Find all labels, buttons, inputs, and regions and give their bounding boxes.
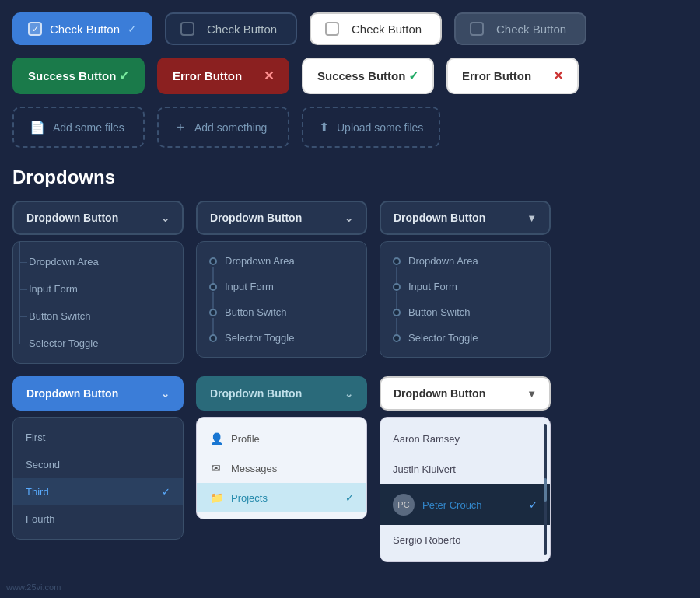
success-check-icon: ✓ (408, 68, 418, 83)
check-button-label: Check Button (50, 23, 120, 36)
checkbox-icon-filled: ✓ (28, 22, 42, 36)
folder-icon: 📁 (209, 491, 223, 505)
person-item-aaron[interactable]: Aaron Ramsey (380, 424, 550, 454)
check-button-label: Check Button (202, 23, 282, 36)
add-files-label: Add some files (53, 121, 124, 134)
chevron-down-icon: ▼ (527, 388, 537, 400)
dropdown-2: Dropdown Button ⌄ Dropdown Area Input Fo… (196, 201, 367, 364)
add-files-button[interactable]: 📄 Add some files (12, 107, 145, 148)
menu-profile-label: Profile (231, 433, 260, 445)
dropdown-button-3[interactable]: Dropdown Button ▼ (380, 201, 551, 235)
dropdown-button-6[interactable]: Dropdown Button ▼ (380, 376, 551, 411)
connector-dot (393, 283, 401, 291)
dropdown-label-3: Dropdown Button (394, 212, 485, 224)
watermark: www.25vi.com (6, 582, 61, 592)
check-button-gray-filled[interactable]: Check Button (454, 12, 586, 45)
dropdown-button-2[interactable]: Dropdown Button ⌄ (196, 201, 367, 235)
person-item-justin[interactable]: Justin Kluivert (380, 454, 550, 484)
menu-messages-label: Messages (231, 463, 277, 474)
dropdown-menu-4: First Second Third ✓ Fourth (12, 417, 184, 540)
checkbox-icon-light (325, 22, 339, 36)
chevron-down-icon: ⌄ (345, 388, 353, 400)
menu-projects-label: Projects (231, 492, 268, 504)
dropdown-item-profile[interactable]: 👤 Profile (197, 424, 366, 453)
success-icon: ✓ (119, 68, 129, 83)
dropdown-item[interactable]: Dropdown Area (13, 248, 183, 275)
connector-dot (209, 334, 217, 342)
file-icon: 📄 (30, 120, 45, 135)
message-icon: ✉ (209, 461, 223, 475)
dropdown-item[interactable]: Input Form (380, 274, 550, 299)
connector-dot (393, 309, 401, 316)
dropdown-item-projects[interactable]: 📁 Projects ✓ (197, 483, 366, 512)
dropdown-item[interactable]: Dropdown Area (380, 248, 550, 274)
dropdown-item[interactable]: Selector Toggle (13, 330, 183, 357)
add-something-label: Add something (194, 121, 267, 134)
plus-icon: ＋ (174, 119, 187, 135)
dropdown-item[interactable]: Selector Toggle (197, 325, 366, 351)
dropdown-5: Dropdown Button ⌄ 👤 Profile ✉ Messages 📁… (196, 376, 367, 562)
connector-dot (209, 257, 217, 265)
selected-check-icon: ✓ (162, 486, 170, 498)
add-something-button[interactable]: ＋ Add something (157, 107, 289, 148)
success-button-filled[interactable]: Success Button ✓ (12, 58, 145, 94)
dropdown-item-first[interactable]: First (13, 424, 183, 451)
dropdown-item[interactable]: Selector Toggle (380, 325, 550, 351)
person-icon: 👤 (209, 432, 223, 446)
check-button-label: Check Button (347, 23, 426, 36)
person-check-icon: ✓ (529, 499, 537, 511)
dropdown-label-4: Dropdown Button (26, 387, 118, 400)
check-button-dark-outline[interactable]: Check Button (165, 12, 297, 45)
dropdown-item[interactable]: Input Form (13, 275, 183, 302)
check-button-light-outline[interactable]: Check Button (310, 12, 442, 45)
checkbox-icon-gray (470, 22, 484, 36)
error-button-outline[interactable]: Error Button ✕ (446, 58, 579, 94)
error-button-label: Error Button (173, 69, 242, 82)
check-button-dark-filled[interactable]: ✓ Check Button ✓ (12, 12, 152, 45)
success-button-label: Success Button (28, 69, 116, 82)
connector-dot (209, 309, 217, 316)
error-button-filled[interactable]: Error Button ✕ (157, 58, 289, 94)
upload-files-button[interactable]: ⬆ Upload some files (302, 107, 440, 148)
dropdown-label-6: Dropdown Button (394, 387, 485, 400)
dropdown-menu-5: 👤 Profile ✉ Messages 📁 Projects ✓ (196, 417, 367, 519)
dropdown-item[interactable]: Button Switch (197, 299, 366, 325)
dropdown-4: Dropdown Button ⌄ First Second Third ✓ F… (12, 376, 184, 562)
person-avatar: PC (393, 494, 415, 516)
scrollbar-track[interactable] (544, 424, 547, 555)
upload-icon: ⬆ (319, 120, 329, 135)
person-item-peter[interactable]: PC Peter Crouch ✓ (380, 484, 550, 525)
dropdown-6: Dropdown Button ▼ Aaron Ramsey Justin Kl… (380, 376, 551, 562)
dropdown-button-5[interactable]: Dropdown Button ⌄ (196, 376, 367, 411)
check-button-label: Check Button (492, 23, 571, 36)
dropdown-button-1[interactable]: Dropdown Button ⌄ (12, 201, 184, 235)
dropdown-label-1: Dropdown Button (26, 212, 118, 224)
check-end-icon: ✓ (128, 23, 137, 35)
connector-dot (393, 334, 401, 342)
checkbox-icon-outline (180, 22, 194, 36)
chevron-down-icon: ⌄ (161, 212, 170, 224)
dropdown-item-third[interactable]: Third ✓ (13, 478, 183, 505)
success-button-outline[interactable]: Success Button ✓ (302, 58, 434, 94)
dropdown-item-messages[interactable]: ✉ Messages (197, 453, 366, 483)
dropdown-item[interactable]: Input Form (197, 274, 366, 299)
dropdown-item[interactable]: Button Switch (380, 299, 550, 325)
dropdown-menu-1: Dropdown Area Input Form Button Switch S… (12, 241, 184, 364)
error-icon: ✕ (264, 68, 274, 83)
dropdowns-section-title: Dropdowns (12, 166, 688, 188)
dropdown-item-fourth[interactable]: Fourth (13, 505, 183, 533)
scrollbar-thumb[interactable] (544, 478, 547, 502)
dropdown-item[interactable]: Dropdown Area (197, 248, 366, 274)
dropdown-button-4[interactable]: Dropdown Button ⌄ (12, 376, 184, 411)
dropdown-menu-2: Dropdown Area Input Form Button Switch S… (196, 241, 367, 358)
dropdown-menu-6: Aaron Ramsey Justin Kluivert PC Peter Cr… (380, 417, 551, 562)
upload-files-label: Upload some files (337, 121, 423, 134)
dropdown-label-5: Dropdown Button (210, 387, 302, 400)
dropdown-1: Dropdown Button ⌄ Dropdown Area Input Fo… (12, 201, 184, 364)
person-item-sergio[interactable]: Sergio Roberto (380, 525, 550, 555)
projects-check-icon: ✓ (345, 492, 354, 504)
connector-dot (209, 283, 217, 291)
dropdown-item-second[interactable]: Second (13, 451, 183, 478)
dropdown-menu-3: Dropdown Area Input Form Button Switch S… (380, 241, 551, 358)
dropdown-item[interactable]: Button Switch (13, 302, 183, 330)
